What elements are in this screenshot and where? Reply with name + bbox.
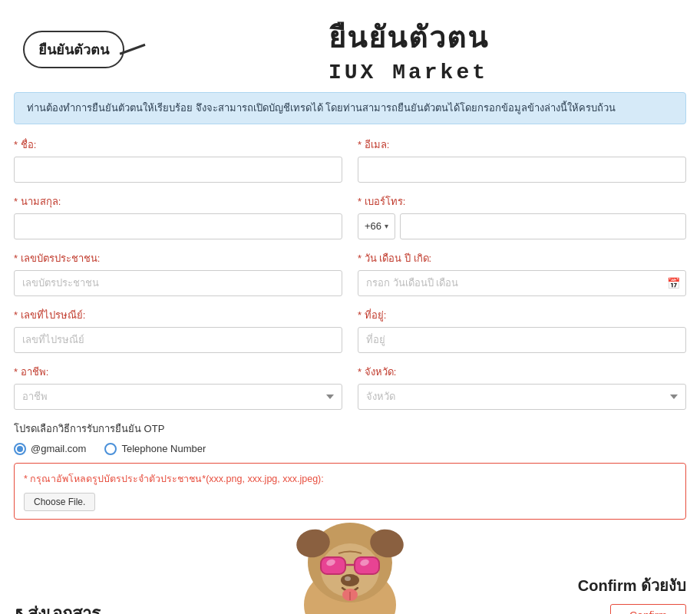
province-select[interactable]: จังหวัด <box>358 384 686 410</box>
phone-input-row: +66 ▾ <box>358 213 686 239</box>
phone-group: * เบอร์โทร: +66 ▾ <box>358 193 686 239</box>
row-name-email: * ชื่อ: * อีเมล: <box>14 137 686 183</box>
page-wrapper: ยืนยันตัวตน ยืนยันตัวตน IUX Market ท่านต… <box>0 0 700 614</box>
phone-label: * เบอร์โทร: <box>358 193 686 210</box>
info-banner: ท่านต้องทำการยืนยันตัวตนให้เรียบร้อย จึง… <box>14 92 686 124</box>
address-input[interactable] <box>358 327 686 353</box>
name-label: * ชื่อ: <box>14 137 342 153</box>
email-group: * อีเมล: <box>358 137 686 183</box>
row-surname-phone: * นามสกุล: * เบอร์โทร: +66 ▾ <box>14 193 686 239</box>
svg-point-11 <box>345 576 351 581</box>
postal-input[interactable] <box>14 327 342 353</box>
email-label: * อีเมล: <box>358 137 686 153</box>
occupation-group: * อาชีพ: อาชีพ <box>14 364 342 410</box>
email-input[interactable] <box>358 157 686 183</box>
phone-prefix-select[interactable]: +66 ▾ <box>358 213 395 239</box>
name-group: * ชื่อ: <box>14 137 342 183</box>
id-label: * เลขบัตรประชาชน: <box>14 250 342 266</box>
title-area: ยืนยันตัวตน IUX Market <box>140 14 677 84</box>
phone-number-input[interactable] <box>400 213 686 239</box>
svg-point-10 <box>341 574 359 586</box>
surname-label: * นามสกุล: <box>14 193 342 210</box>
occupation-label: * อาชีพ: <box>14 364 342 380</box>
otp-phone-option[interactable]: Telephone Number <box>104 443 206 455</box>
province-label: * จังหวัด: <box>358 364 686 380</box>
chevron-down-icon: ▾ <box>385 222 388 230</box>
bottom-area: ↖ส่งเอกสาร <box>0 543 700 615</box>
postal-label: * เลขที่ไปรษณีย์: <box>14 307 342 323</box>
send-docs-label: ↖ส่งเอกสาร <box>14 600 101 615</box>
header-area: ยืนยันตัวตน ยืนยันตัวตน IUX Market <box>0 0 700 92</box>
confirm-text: Confirm ด้วยงับ <box>578 573 686 598</box>
dob-label: * วัน เดือน ปี เกิด: <box>358 250 686 266</box>
phone-prefix-value: +66 <box>365 220 381 232</box>
otp-email-option[interactable]: @gmail.com <box>14 443 86 455</box>
occupation-select[interactable]: อาชีพ <box>14 384 342 410</box>
title-english: IUX Market <box>329 61 488 84</box>
address-group: * ที่อยู่: <box>358 307 686 353</box>
address-label: * ที่อยู่: <box>358 307 686 323</box>
otp-options: @gmail.com Telephone Number <box>14 443 686 455</box>
otp-phone-label: Telephone Number <box>121 443 206 454</box>
confirm-area: Confirm ด้วยงับ Confirm <box>578 573 686 615</box>
dob-input[interactable] <box>358 270 686 296</box>
row-id-dob: * เลขบัตรประชาชน: * วัน เดือน ปี เกิด: 📅 <box>14 250 686 296</box>
otp-phone-radio[interactable] <box>104 443 117 455</box>
surname-group: * นามสกุล: <box>14 193 342 239</box>
choose-file-button[interactable]: Choose File. <box>24 493 95 511</box>
id-input[interactable] <box>14 270 342 296</box>
id-group: * เลขบัตรประชาชน: <box>14 250 342 296</box>
otp-section: โปรดเลือกวิธีการรับการยืนยัน OTP @gmail.… <box>14 421 686 455</box>
province-group: * จังหวัด: จังหวัด <box>358 364 686 410</box>
row-occupation-province: * อาชีพ: อาชีพ * จังหวัด: จังหวัด <box>14 364 686 410</box>
dob-wrapper: 📅 <box>358 270 686 296</box>
postal-group: * เลขที่ไปรษณีย์: <box>14 307 342 353</box>
dob-group: * วัน เดือน ปี เกิด: 📅 <box>358 250 686 296</box>
title-thai: ยืนยันตัวตน <box>329 14 489 61</box>
surname-input[interactable] <box>14 213 342 239</box>
otp-email-radio[interactable] <box>14 443 26 455</box>
name-input[interactable] <box>14 157 342 183</box>
pug-illustration <box>273 478 427 615</box>
otp-label: โปรดเลือกวิธีการรับการยืนยัน OTP <box>14 421 686 437</box>
row-postal-address: * เลขที่ไปรษณีย์: * ที่อยู่: <box>14 307 686 353</box>
speech-bubble: ยืนยันตัวตน <box>23 31 124 68</box>
otp-email-label: @gmail.com <box>31 443 86 454</box>
confirm-button[interactable]: Confirm <box>610 604 686 615</box>
